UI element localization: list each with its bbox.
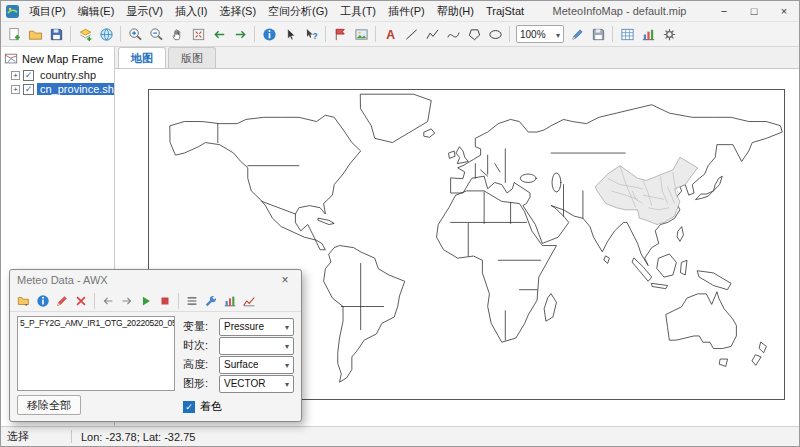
field-row: 图形: VECTOR — [183, 374, 294, 393]
settings-icon — [662, 27, 677, 42]
menu-item[interactable]: 工具(T) — [334, 4, 382, 19]
prev-extent-icon — [212, 27, 227, 42]
field-row: 时次: — [183, 336, 294, 355]
sections-icon — [185, 294, 199, 308]
menu-item[interactable]: 显示(V) — [120, 4, 169, 19]
full-extent-icon — [191, 27, 206, 42]
dialog-titlebar[interactable]: Meteo Data - AWX × — [10, 270, 301, 290]
dialog-settings-button[interactable] — [202, 292, 220, 310]
pen-button[interactable] — [567, 24, 587, 44]
meteo-data-dialog: Meteo Data - AWX × 5_P_FY2G_AMV_IR1_OTG_… — [9, 269, 302, 422]
full-extent-button[interactable] — [188, 24, 208, 44]
field-select[interactable]: VECTOR — [219, 375, 294, 393]
layer-label[interactable]: country.shp — [37, 69, 99, 81]
prev-button[interactable] — [99, 292, 117, 310]
expander-icon[interactable] — [11, 71, 20, 80]
menu-item[interactable]: TrajStat — [480, 5, 530, 17]
zoom-in-button[interactable] — [125, 24, 145, 44]
stop-button[interactable] — [156, 292, 174, 310]
view-tab[interactable]: 地图 — [118, 47, 166, 68]
layer-item[interactable]: cn_province.shp — [1, 82, 114, 96]
chart-button[interactable] — [638, 24, 658, 44]
map-frame-node[interactable]: New Map Frame — [1, 50, 114, 68]
save-icon — [49, 27, 64, 42]
open-file-button[interactable] — [15, 292, 33, 310]
line-icon — [404, 27, 419, 42]
curve-button[interactable] — [443, 24, 463, 44]
grid-button[interactable] — [617, 24, 637, 44]
expander-icon[interactable] — [11, 85, 20, 94]
bar-chart-button[interactable] — [221, 292, 239, 310]
open-icon — [28, 27, 43, 42]
close-button[interactable]: × — [769, 1, 799, 21]
shading-label[interactable]: 着色 — [200, 399, 222, 414]
layer-checkbox[interactable] — [23, 84, 34, 95]
layer-label[interactable]: cn_province.shp — [37, 83, 115, 95]
field-select[interactable] — [219, 337, 294, 355]
select-button[interactable] — [280, 24, 300, 44]
save-image-button[interactable] — [588, 24, 608, 44]
settings-icon — [204, 294, 218, 308]
menu-item[interactable]: 插件(P) — [382, 4, 431, 19]
app-logo-icon — [6, 5, 19, 18]
field-label: 时次: — [183, 338, 215, 353]
remove-button[interactable] — [72, 292, 90, 310]
file-list[interactable]: 5_P_FY2G_AMV_IR1_OTG_20220520_0530.AWX — [17, 316, 175, 391]
dialog-title: Meteo Data - AWX — [17, 274, 108, 286]
settings-button[interactable] — [659, 24, 679, 44]
polygon-button[interactable] — [464, 24, 484, 44]
list-item[interactable]: 5_P_FY2G_AMV_IR1_OTG_20220520_0530.AWX — [18, 317, 174, 329]
globe-icon — [99, 27, 114, 42]
globe-button[interactable] — [96, 24, 116, 44]
text-button[interactable]: A — [380, 24, 400, 44]
save-button[interactable] — [46, 24, 66, 44]
draw-button[interactable] — [53, 292, 71, 310]
menu-item[interactable]: 编辑(E) — [72, 4, 121, 19]
minimize-button[interactable]: − — [709, 1, 739, 21]
layer-item[interactable]: country.shp — [1, 68, 114, 82]
pan-icon — [170, 27, 185, 42]
data-info-button[interactable] — [34, 292, 52, 310]
grid-icon — [620, 27, 635, 42]
menu-item[interactable]: 选择(S) — [213, 4, 262, 19]
maximize-button[interactable]: □ — [739, 1, 769, 21]
line-chart-icon — [242, 294, 256, 308]
layers-flag-button[interactable] — [330, 24, 350, 44]
polyline-button[interactable] — [422, 24, 442, 44]
layer-checkbox[interactable] — [23, 70, 34, 81]
zoom-level-select[interactable]: 100% — [516, 25, 564, 43]
field-select[interactable]: Pressure — [219, 318, 294, 336]
menu-item[interactable]: 帮助(H) — [431, 4, 480, 19]
menu-item[interactable]: 插入(I) — [169, 4, 213, 19]
info-button[interactable] — [259, 24, 279, 44]
view-tab[interactable]: 版图 — [168, 47, 216, 68]
field-select[interactable]: Surface — [219, 356, 294, 374]
image-button[interactable] — [351, 24, 371, 44]
pan-button[interactable] — [167, 24, 187, 44]
add-layer-button[interactable] — [75, 24, 95, 44]
zoom-out-button[interactable] — [146, 24, 166, 44]
app-window: 项目(P)编辑(E)显示(V)插入(I)选择(S)空间分析(G)工具(T)插件(… — [0, 0, 800, 447]
menu-item[interactable]: 项目(P) — [23, 4, 72, 19]
line-button[interactable] — [401, 24, 421, 44]
open-button[interactable] — [25, 24, 45, 44]
menu-item[interactable]: 空间分析(G) — [262, 4, 334, 19]
new-button[interactable] — [4, 24, 24, 44]
sections-button[interactable] — [183, 292, 201, 310]
shading-checkbox[interactable] — [183, 401, 195, 413]
data-info-icon — [36, 294, 50, 308]
map-frame-label: New Map Frame — [22, 53, 103, 65]
identify-button[interactable]: ? — [301, 24, 321, 44]
next-extent-button[interactable] — [230, 24, 250, 44]
animate-button[interactable] — [137, 292, 155, 310]
line-chart-button[interactable] — [240, 292, 258, 310]
ellipse-button[interactable] — [485, 24, 505, 44]
main-toolbar: ? A 100% — [1, 21, 799, 47]
toolbar-separator — [94, 293, 95, 309]
next-button[interactable] — [118, 292, 136, 310]
toolbar-separator — [612, 26, 613, 42]
prev-extent-button[interactable] — [209, 24, 229, 44]
stop-icon — [158, 294, 172, 308]
dialog-close-button[interactable]: × — [276, 273, 294, 287]
remove-all-button[interactable]: 移除全部 — [17, 395, 81, 415]
